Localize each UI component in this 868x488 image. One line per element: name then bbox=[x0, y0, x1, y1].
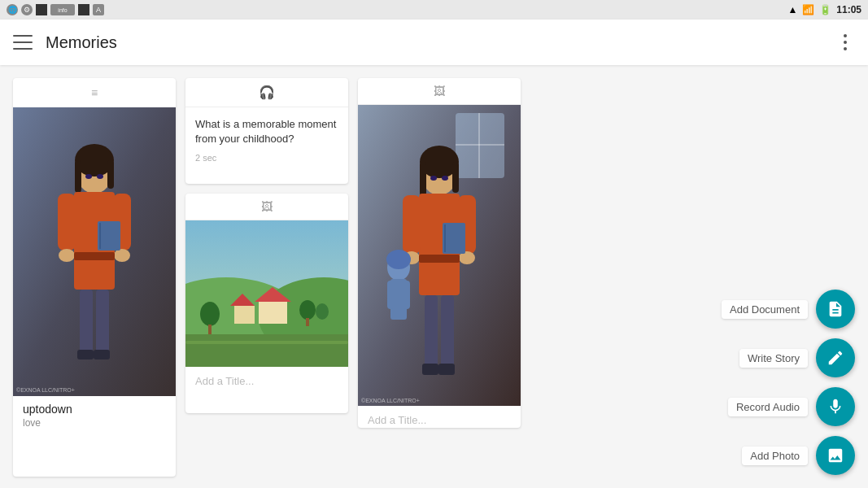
svg-rect-10 bbox=[80, 290, 93, 355]
document-icon bbox=[827, 300, 844, 318]
status-left-icons: 🌐 ⚙ info A bbox=[7, 4, 104, 15]
svg-rect-6 bbox=[58, 194, 76, 251]
card-1-title: uptodown bbox=[23, 403, 166, 416]
card-1-icon-header: ≡ bbox=[13, 78, 176, 107]
card-1-image: ©EXNOA LLC/NITRO+ bbox=[13, 107, 176, 396]
fab-row-photo: Add Photo bbox=[742, 436, 855, 475]
signal-icon: 📶 bbox=[802, 4, 814, 15]
svg-rect-29 bbox=[208, 325, 212, 334]
record-audio-label: Record Audio bbox=[728, 398, 808, 416]
main-content: ≡ bbox=[0, 65, 868, 488]
card-1-body: uptodown love bbox=[13, 396, 176, 435]
card-1[interactable]: ≡ bbox=[13, 78, 176, 477]
photo-icon-small: 🖼 bbox=[261, 200, 273, 213]
add-photo-button[interactable] bbox=[816, 436, 855, 475]
svg-point-56 bbox=[442, 176, 448, 181]
write-story-button[interactable] bbox=[816, 338, 855, 377]
app-icon-2: ⚙ bbox=[21, 4, 33, 15]
card-3-landscape bbox=[185, 220, 348, 367]
svg-rect-42 bbox=[452, 162, 459, 193]
card-3[interactable]: 🖼 bbox=[185, 194, 348, 413]
svg-rect-33 bbox=[185, 341, 348, 344]
col-2: 🎧 What is a memorable moment from your c… bbox=[185, 78, 348, 477]
card-4-image: ©EXNOA LLC/NITRO+ bbox=[358, 105, 521, 406]
card-4-image-header: 🖼 bbox=[358, 78, 521, 105]
card-4[interactable]: 🖼 bbox=[358, 78, 521, 428]
app-icon-3 bbox=[36, 4, 47, 15]
status-bar: 🌐 ⚙ info A ▲ 📶 🔋 11:05 bbox=[0, 0, 868, 20]
status-right-icons: ▲ 📶 🔋 11:05 bbox=[787, 4, 861, 15]
svg-rect-38 bbox=[456, 144, 504, 146]
fab-row-audio: Record Audio bbox=[728, 387, 855, 426]
svg-rect-51 bbox=[438, 364, 455, 375]
card-3-add-title: Add a Title... bbox=[195, 375, 254, 387]
hamburger-menu[interactable] bbox=[13, 33, 33, 52]
svg-rect-3 bbox=[75, 160, 81, 193]
card-2-time: 2 sec bbox=[195, 153, 338, 163]
wifi-icon: ▲ bbox=[787, 4, 797, 15]
svg-point-17 bbox=[85, 174, 92, 179]
add-document-label: Add Document bbox=[722, 300, 808, 319]
app-icon-info: info bbox=[50, 4, 75, 15]
svg-rect-54 bbox=[444, 224, 446, 252]
svg-rect-48 bbox=[425, 295, 438, 368]
svg-point-30 bbox=[299, 300, 316, 320]
svg-rect-4 bbox=[107, 160, 114, 189]
card-3-image bbox=[185, 220, 348, 367]
card-1-subtitle: love bbox=[23, 417, 166, 429]
svg-point-9 bbox=[114, 249, 130, 262]
write-story-label: Write Story bbox=[739, 349, 808, 368]
card-2[interactable]: 🎧 What is a memorable moment from your c… bbox=[185, 78, 348, 184]
write-icon bbox=[827, 349, 844, 367]
svg-point-28 bbox=[200, 302, 220, 326]
svg-rect-41 bbox=[420, 162, 426, 196]
svg-rect-14 bbox=[74, 252, 115, 260]
text-icon: ≡ bbox=[91, 86, 98, 99]
svg-point-58 bbox=[386, 250, 411, 269]
card-4-add-title: Add a Title... bbox=[368, 414, 426, 426]
audio-icon: 🎧 bbox=[259, 85, 275, 100]
svg-rect-52 bbox=[419, 255, 460, 263]
fab-area: Add Document Write Story Record Audio bbox=[722, 290, 855, 475]
svg-rect-11 bbox=[96, 290, 109, 355]
card-4-footer: Add a Title... bbox=[358, 406, 521, 428]
card-4-illustration: ©EXNOA LLC/NITRO+ bbox=[358, 105, 521, 406]
svg-point-55 bbox=[430, 176, 437, 181]
svg-rect-34 bbox=[185, 346, 348, 349]
svg-rect-31 bbox=[306, 318, 309, 326]
app-icon-5 bbox=[78, 4, 89, 15]
mic-icon bbox=[827, 398, 844, 416]
fab-row-write: Write Story bbox=[739, 338, 855, 377]
svg-rect-49 bbox=[441, 295, 454, 368]
svg-point-32 bbox=[316, 303, 329, 320]
app-icon-globe: 🌐 bbox=[7, 4, 18, 15]
svg-rect-60 bbox=[387, 281, 394, 309]
svg-rect-44 bbox=[403, 195, 421, 254]
battery-icon: 🔋 bbox=[819, 4, 831, 15]
photo-icon-card4: 🖼 bbox=[434, 85, 445, 98]
add-photo-label: Add Photo bbox=[742, 447, 808, 465]
svg-rect-16 bbox=[99, 223, 101, 249]
svg-rect-23 bbox=[185, 334, 348, 367]
svg-rect-50 bbox=[422, 364, 438, 375]
svg-text:©EXNOA LLC/NITRO+: ©EXNOA LLC/NITRO+ bbox=[361, 398, 420, 403]
svg-rect-24 bbox=[234, 306, 255, 324]
svg-point-8 bbox=[59, 249, 75, 262]
svg-rect-15 bbox=[98, 221, 120, 251]
more-options-button[interactable] bbox=[835, 33, 855, 52]
record-audio-button[interactable] bbox=[816, 387, 855, 426]
card-3-footer: Add a Title... bbox=[185, 367, 348, 394]
add-document-button[interactable] bbox=[816, 290, 855, 329]
svg-text:©EXNOA LLC/NITRO+: ©EXNOA LLC/NITRO+ bbox=[16, 387, 75, 393]
svg-rect-26 bbox=[259, 302, 287, 324]
add-photo-icon bbox=[827, 447, 844, 464]
card-2-prompt: What is a memorable moment from your chi… bbox=[195, 117, 338, 146]
svg-rect-61 bbox=[403, 281, 410, 309]
svg-rect-13 bbox=[94, 350, 110, 359]
card-1-illustration: ©EXNOA LLC/NITRO+ bbox=[13, 107, 176, 396]
svg-point-18 bbox=[97, 174, 103, 179]
svg-rect-12 bbox=[77, 350, 94, 359]
card-2-body: What is a memorable moment from your chi… bbox=[185, 107, 348, 184]
fab-row-document: Add Document bbox=[722, 290, 855, 329]
clock: 11:05 bbox=[836, 4, 861, 15]
